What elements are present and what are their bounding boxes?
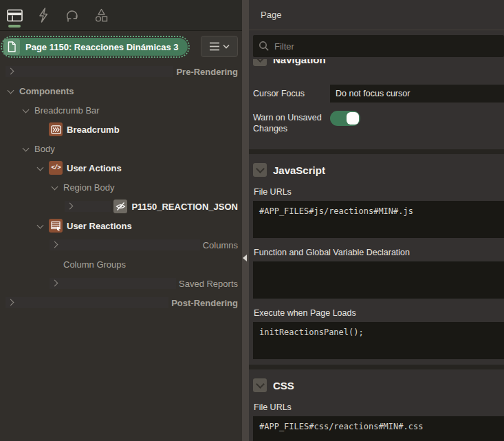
hidden-item-icon bbox=[113, 200, 127, 213]
js-declaration-textarea[interactable] bbox=[253, 261, 504, 299]
section-javascript: JavaScript File URLs #APP_FILES#js/react… bbox=[249, 154, 504, 365]
chevron-down-icon bbox=[223, 44, 230, 49]
section-title: JavaScript bbox=[273, 164, 325, 176]
chevron-spacer bbox=[35, 124, 46, 135]
toggle-thumb bbox=[347, 112, 359, 125]
warn-unsaved-toggle[interactable] bbox=[330, 111, 360, 126]
section-divider bbox=[249, 365, 504, 369]
selected-page-label: Page 1150: Reacciones Dinámicas 3 bbox=[20, 42, 187, 52]
js-declaration-label: Function and Global Variable Declaration bbox=[254, 248, 504, 257]
chevron-down-icon[interactable] bbox=[21, 105, 32, 116]
collapse-section-button[interactable] bbox=[253, 378, 267, 392]
property-pane-header: Page bbox=[249, 0, 504, 30]
breadcrumb-icon bbox=[49, 122, 63, 136]
chevron-down-icon[interactable] bbox=[50, 182, 61, 193]
filter-input[interactable] bbox=[274, 41, 498, 52]
tab-processing[interactable] bbox=[63, 2, 81, 28]
section-divider bbox=[249, 149, 504, 154]
properties-scroll-area[interactable]: Navigation Cursor Focus Do not focus cur… bbox=[249, 59, 504, 441]
css-file-urls-textarea[interactable]: #APP_FILES#css/reactions#MIN#.css bbox=[253, 416, 504, 441]
chevron-right-icon[interactable] bbox=[6, 297, 168, 308]
tree-item-user-actions[interactable]: </> User Actions bbox=[0, 158, 238, 178]
chevron-right-icon[interactable] bbox=[65, 201, 111, 212]
js-file-urls-label: File URLs bbox=[254, 187, 504, 197]
rendering-tree: Page 1150: Reacciones Dinámicas 3 bbox=[0, 31, 242, 441]
code-region-icon: </> bbox=[49, 161, 63, 175]
shapes-icon bbox=[95, 8, 108, 23]
tree-item-breadcrumb-bar[interactable]: Breadcrumb Bar bbox=[0, 100, 238, 120]
tab-shared-components[interactable] bbox=[92, 2, 110, 28]
tree-item-post-rendering[interactable]: Post-Rendering bbox=[0, 293, 238, 312]
layout-icon bbox=[7, 9, 23, 22]
tree-item-column-groups[interactable]: Column Groups bbox=[0, 255, 238, 274]
tree-item-region-body[interactable]: Region Body bbox=[0, 178, 238, 197]
collapse-section-button[interactable] bbox=[253, 163, 267, 177]
chevron-down-icon[interactable] bbox=[21, 143, 32, 154]
tab-rendering[interactable] bbox=[6, 2, 23, 28]
property-pane-title: Page bbox=[261, 10, 281, 20]
hamburger-icon bbox=[209, 42, 220, 51]
tree-item-breadcrumb[interactable]: Breadcrumb bbox=[0, 120, 238, 139]
page-icon bbox=[3, 39, 20, 55]
css-file-urls-label: File URLs bbox=[254, 402, 504, 412]
page-designer: Page 1150: Reacciones Dinámicas 3 bbox=[0, 0, 504, 441]
tree-item-columns[interactable]: Columns bbox=[0, 235, 238, 255]
tab-dynamic-actions[interactable] bbox=[34, 2, 52, 28]
tree-item-components[interactable]: Components bbox=[0, 81, 238, 100]
chevron-right-icon[interactable] bbox=[50, 278, 176, 289]
lightning-icon bbox=[37, 8, 50, 23]
section-navigation: Navigation Cursor Focus Do not focus cur… bbox=[249, 59, 504, 149]
section-title: CSS bbox=[273, 380, 294, 391]
tree-item-user-reactions[interactable]: User Reactions bbox=[0, 216, 238, 235]
tree-tab-bar bbox=[0, 0, 242, 31]
filter-box bbox=[253, 35, 504, 57]
panel-splitter[interactable] bbox=[242, 0, 249, 441]
tree-item-body[interactable]: Body bbox=[0, 139, 238, 158]
cursor-focus-select[interactable]: Do not focus cursor bbox=[330, 85, 504, 103]
chevron-down-icon[interactable] bbox=[35, 220, 46, 231]
tree-item-saved-reports[interactable]: Saved Reports bbox=[0, 274, 238, 293]
chevron-right-icon[interactable] bbox=[6, 66, 173, 77]
rendering-tree-panel: Page 1150: Reacciones Dinámicas 3 bbox=[0, 0, 242, 441]
js-file-urls-textarea[interactable]: #APP_FILES#js/reactions#MIN#.js bbox=[253, 201, 504, 238]
chevron-spacer bbox=[50, 259, 61, 270]
js-page-load-textarea[interactable]: initReactionsPanel(); bbox=[253, 322, 504, 359]
tree-item-p1150-reaction-json[interactable]: P1150_REACTION_JSON bbox=[0, 197, 238, 216]
collapse-section-button[interactable] bbox=[253, 59, 267, 66]
cursor-focus-label: Cursor Focus bbox=[253, 85, 330, 103]
tree-item-pre-rendering[interactable]: Pre-Rendering bbox=[0, 62, 238, 81]
property-editor-panel: Page Navigation bbox=[249, 0, 504, 441]
tree-node-page-selected[interactable]: Page 1150: Reacciones Dinámicas 3 bbox=[1, 36, 190, 58]
section-title: Navigation bbox=[273, 59, 326, 65]
chevron-down-icon[interactable] bbox=[35, 162, 46, 173]
section-css: CSS File URLs #APP_FILES#css/reactions#M… bbox=[249, 369, 504, 441]
filter-row bbox=[249, 30, 504, 59]
warn-unsaved-label: Warn on Unsaved Changes bbox=[253, 109, 330, 134]
collapse-left-icon[interactable] bbox=[243, 255, 247, 261]
interactive-report-icon bbox=[49, 219, 63, 233]
tree-menu-button[interactable] bbox=[201, 36, 238, 57]
chevron-right-icon[interactable] bbox=[50, 239, 200, 250]
search-icon bbox=[259, 41, 270, 52]
js-page-load-label: Execute when Page Loads bbox=[254, 308, 504, 318]
refresh-icon bbox=[65, 8, 80, 22]
chevron-down-icon[interactable] bbox=[6, 85, 17, 96]
